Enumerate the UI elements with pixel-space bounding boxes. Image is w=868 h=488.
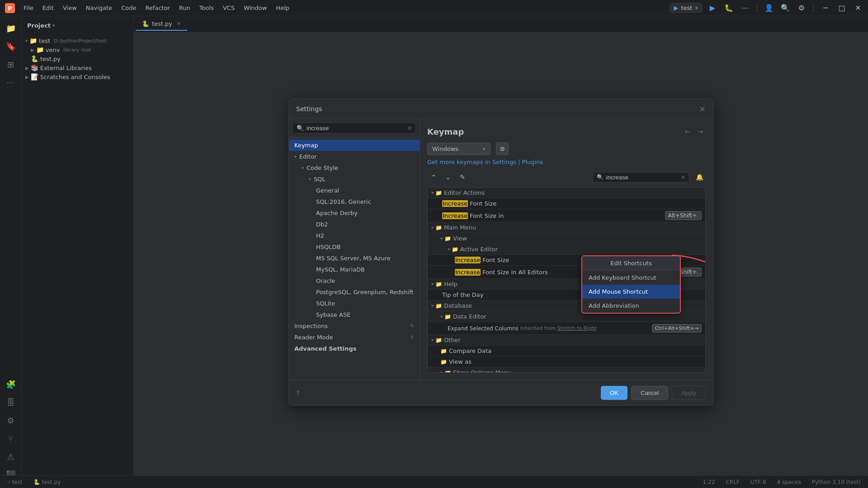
more-button[interactable]: ⋯ <box>739 2 751 14</box>
menu-window[interactable]: Window <box>240 3 270 13</box>
status-line-ending[interactable]: CRLF <box>724 479 741 485</box>
list-item-expand-selected-columns[interactable]: Expand Selected Columns inherited from S… <box>428 322 705 335</box>
list-item-increase-font-size-in[interactable]: Increase Font Size in Alt+Shift+. <box>428 209 705 222</box>
edit-shortcut-button[interactable]: ✎ <box>456 171 469 183</box>
status-file[interactable]: 🐍 test.py <box>32 479 62 485</box>
menu-help[interactable]: Help <box>272 3 293 13</box>
list-item-increase-font-size[interactable]: Increase Font Size <box>428 198 705 209</box>
section-compare-data: 📁 Compare Data <box>428 346 705 357</box>
settings-item-sql[interactable]: ▾ SQL <box>289 174 420 185</box>
account-button[interactable]: 👤 <box>763 2 775 14</box>
shortcut-badge: Alt+Shift+. <box>665 211 702 220</box>
dialog-body: 🔍 ✕ Keymap ▾ <box>289 119 713 380</box>
menu-refactor[interactable]: Refactor <box>142 3 174 13</box>
sidebar-icon-database[interactable]: 🗄 <box>3 394 19 410</box>
sidebar-icons: 📁 🔖 ⊞ ⋯ 🧩 🗄 ⚙ ⑂ ⚠ ⬛ <box>0 16 22 488</box>
maximize-button[interactable]: □ <box>835 2 848 14</box>
settings-item-mysql[interactable]: MySQL, MariaDB <box>289 264 420 275</box>
settings-search-input[interactable] <box>307 125 405 131</box>
keymap-dropdown-row: Windows ▾ ⚙ <box>427 142 706 155</box>
sidebar-icon-bookmarks[interactable]: 🔖 <box>3 38 19 54</box>
settings-item-keymap[interactable]: Keymap <box>289 140 420 151</box>
status-bar-right: 1:22 CRLF UTF-8 4 spaces Python 3.10 (te… <box>701 479 863 485</box>
settings-item-sql2016[interactable]: SQL:2016, Generic <box>289 196 420 207</box>
settings-tree: Keymap ▾ Editor ▾ Code Style <box>289 138 420 380</box>
sidebar-icon-plugins[interactable]: 🧩 <box>3 376 19 392</box>
shortcut-badge-3: Ctrl+Alt+Shift+→ <box>652 324 702 333</box>
sidebar-icon-git[interactable]: ⑂ <box>3 430 19 446</box>
tree-item-testpy[interactable]: 🐍 test.py <box>22 54 133 63</box>
status-encoding[interactable]: UTF-8 <box>749 479 768 485</box>
expand-all-button[interactable]: ⌃ <box>427 171 440 183</box>
apply-button[interactable]: Apply <box>672 386 706 400</box>
get-more-keymaps-link[interactable]: Get more keymaps in Settings | Plugins <box>427 159 706 165</box>
menu-edit[interactable]: Edit <box>39 3 57 13</box>
keymap-search-input[interactable] <box>606 174 679 181</box>
settings-item-reader-mode[interactable]: Reader Mode ✎ <box>289 332 420 343</box>
add-abbreviation-item[interactable]: Add Abbreviation <box>582 299 680 313</box>
help-button[interactable]: ? <box>296 389 299 397</box>
tree-item-venv[interactable]: ▶ 📁 venv library root <box>22 45 133 54</box>
settings-item-general[interactable]: General <box>289 185 420 196</box>
sidebar-icon-problems[interactable]: ⚠ <box>3 448 19 465</box>
dialog-close-button[interactable]: × <box>699 104 706 113</box>
menu-bar: P File Edit View Navigate Code Refactor … <box>0 0 868 16</box>
settings-item-advanced[interactable]: Advanced Settings <box>289 343 420 354</box>
menu-navigate[interactable]: Navigate <box>82 3 116 13</box>
add-mouse-shortcut-item[interactable]: Add Mouse Shortcut <box>582 285 680 299</box>
section-view-as: 📁 View as <box>428 357 705 367</box>
project-header[interactable]: Project ▾ <box>22 16 133 34</box>
content-area: 🐍 test.py ✕ Settings × <box>134 16 868 488</box>
status-indent[interactable]: 4 spaces <box>775 479 803 485</box>
tree-item-root[interactable]: ▾ 📁 test D:/pythonProject/test <box>22 36 133 45</box>
nav-forward-button[interactable]: → <box>695 126 706 137</box>
keymap-gear-button[interactable]: ⚙ <box>496 142 509 155</box>
app-logo: P <box>4 2 16 14</box>
settings-item-oracle[interactable]: Oracle <box>289 275 420 286</box>
run-button[interactable]: ▶ <box>706 2 719 14</box>
ok-button[interactable]: OK <box>601 386 627 400</box>
menu-view[interactable]: View <box>59 3 80 13</box>
status-branch[interactable]: ⑂ test <box>5 479 24 485</box>
sidebar-icon-project[interactable]: 📁 <box>3 20 19 36</box>
sidebar-icon-more[interactable]: ⋯ <box>3 74 19 90</box>
menu-vcs[interactable]: VCS <box>219 3 238 13</box>
settings-item-sqlite[interactable]: SQLite <box>289 298 420 309</box>
status-python[interactable]: Python 3.10 (test) <box>810 479 863 485</box>
settings-item-h2[interactable]: H2 <box>289 230 420 241</box>
settings-item-inspections[interactable]: Inspections ✎ <box>289 320 420 332</box>
dialog-title: Settings <box>296 105 322 113</box>
search-everywhere-button[interactable]: 🔍 <box>779 2 792 14</box>
add-keyboard-shortcut-item[interactable]: Add Keyboard Shortcut <box>582 271 680 285</box>
sidebar-icon-services[interactable]: ⚙ <box>3 412 19 428</box>
context-menu-wrap: Edit Shortcuts Add Keyboard Shortcut Add… <box>581 255 681 314</box>
settings-item-db2[interactable]: Db2 <box>289 219 420 230</box>
settings-item-mssql[interactable]: MS SQL Server, MS Azure <box>289 253 420 264</box>
settings-item-sybase[interactable]: Sybase ASE <box>289 309 420 320</box>
keymap-search-clear[interactable]: ✕ <box>681 174 685 180</box>
menu-tools[interactable]: Tools <box>196 3 217 13</box>
menu-run[interactable]: Run <box>175 3 194 13</box>
collapse-all-button[interactable]: ⌄ <box>442 171 454 183</box>
settings-item-code-style[interactable]: ▾ Code Style <box>289 162 420 174</box>
sidebar-icon-structure[interactable]: ⊞ <box>3 56 19 72</box>
close-window-button[interactable]: ✕ <box>852 2 864 14</box>
notifications-button[interactable]: 🔔 <box>693 171 706 183</box>
minimize-button[interactable]: ─ <box>819 2 832 14</box>
tree-item-scratches[interactable]: ▶ 📝 Scratches and Consoles <box>22 72 133 81</box>
settings-item-editor[interactable]: ▾ Editor <box>289 151 420 162</box>
cancel-button[interactable]: Cancel <box>631 386 668 400</box>
debug-button[interactable]: 🐛 <box>722 2 735 14</box>
search-clear-button[interactable]: ✕ <box>407 125 412 131</box>
settings-item-postgresql[interactable]: PostgreSQL, Greenplum, Redshift <box>289 286 420 298</box>
run-configuration[interactable]: ▶ test ▾ <box>670 3 703 13</box>
menu-file[interactable]: File <box>20 3 37 13</box>
settings-button[interactable]: ⚙ <box>795 2 808 14</box>
menu-code[interactable]: Code <box>118 3 140 13</box>
keymap-scheme-dropdown[interactable]: Windows ▾ <box>427 143 491 155</box>
settings-item-apache-derby[interactable]: Apache Derby <box>289 207 420 219</box>
tree-item-external-libraries[interactable]: ▶ 📚 External Libraries <box>22 63 133 72</box>
status-line-col[interactable]: 1:22 <box>701 479 717 485</box>
settings-item-hsqldb[interactable]: HSQLDB <box>289 241 420 253</box>
nav-back-button[interactable]: ← <box>682 126 693 137</box>
